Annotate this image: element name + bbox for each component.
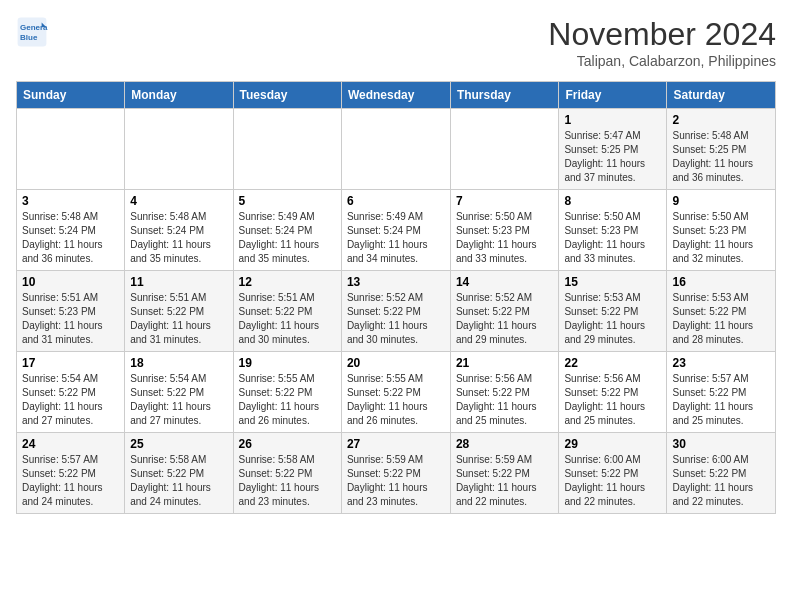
day-number: 29 <box>564 437 661 451</box>
day-number: 2 <box>672 113 770 127</box>
calendar-cell: 20Sunrise: 5:55 AMSunset: 5:22 PMDayligh… <box>341 352 450 433</box>
calendar-week-3: 10Sunrise: 5:51 AMSunset: 5:23 PMDayligh… <box>17 271 776 352</box>
day-number: 25 <box>130 437 227 451</box>
page-header: General Blue November 2024 Talipan, Cala… <box>16 16 776 69</box>
calendar-cell: 19Sunrise: 5:55 AMSunset: 5:22 PMDayligh… <box>233 352 341 433</box>
calendar-cell: 18Sunrise: 5:54 AMSunset: 5:22 PMDayligh… <box>125 352 233 433</box>
day-info: Sunrise: 5:49 AMSunset: 5:24 PMDaylight:… <box>347 210 445 266</box>
calendar-cell: 5Sunrise: 5:49 AMSunset: 5:24 PMDaylight… <box>233 190 341 271</box>
day-info: Sunrise: 5:55 AMSunset: 5:22 PMDaylight:… <box>347 372 445 428</box>
calendar-cell: 30Sunrise: 6:00 AMSunset: 5:22 PMDayligh… <box>667 433 776 514</box>
calendar-week-2: 3Sunrise: 5:48 AMSunset: 5:24 PMDaylight… <box>17 190 776 271</box>
calendar-cell: 22Sunrise: 5:56 AMSunset: 5:22 PMDayligh… <box>559 352 667 433</box>
calendar-cell: 13Sunrise: 5:52 AMSunset: 5:22 PMDayligh… <box>341 271 450 352</box>
calendar-cell <box>450 109 559 190</box>
calendar-cell: 10Sunrise: 5:51 AMSunset: 5:23 PMDayligh… <box>17 271 125 352</box>
calendar-cell: 14Sunrise: 5:52 AMSunset: 5:22 PMDayligh… <box>450 271 559 352</box>
calendar-cell: 15Sunrise: 5:53 AMSunset: 5:22 PMDayligh… <box>559 271 667 352</box>
weekday-header-saturday: Saturday <box>667 82 776 109</box>
day-info: Sunrise: 5:57 AMSunset: 5:22 PMDaylight:… <box>672 372 770 428</box>
day-number: 14 <box>456 275 554 289</box>
day-info: Sunrise: 5:55 AMSunset: 5:22 PMDaylight:… <box>239 372 336 428</box>
calendar-cell: 24Sunrise: 5:57 AMSunset: 5:22 PMDayligh… <box>17 433 125 514</box>
day-number: 9 <box>672 194 770 208</box>
day-info: Sunrise: 5:53 AMSunset: 5:22 PMDaylight:… <box>564 291 661 347</box>
day-number: 11 <box>130 275 227 289</box>
day-info: Sunrise: 5:52 AMSunset: 5:22 PMDaylight:… <box>347 291 445 347</box>
day-info: Sunrise: 5:57 AMSunset: 5:22 PMDaylight:… <box>22 453 119 509</box>
calendar-cell: 29Sunrise: 6:00 AMSunset: 5:22 PMDayligh… <box>559 433 667 514</box>
day-number: 16 <box>672 275 770 289</box>
calendar-week-1: 1Sunrise: 5:47 AMSunset: 5:25 PMDaylight… <box>17 109 776 190</box>
calendar-cell <box>341 109 450 190</box>
calendar-cell: 2Sunrise: 5:48 AMSunset: 5:25 PMDaylight… <box>667 109 776 190</box>
day-info: Sunrise: 5:56 AMSunset: 5:22 PMDaylight:… <box>564 372 661 428</box>
logo: General Blue <box>16 16 52 48</box>
day-number: 1 <box>564 113 661 127</box>
day-info: Sunrise: 5:58 AMSunset: 5:22 PMDaylight:… <box>239 453 336 509</box>
day-number: 17 <box>22 356 119 370</box>
calendar-cell: 25Sunrise: 5:58 AMSunset: 5:22 PMDayligh… <box>125 433 233 514</box>
calendar-cell <box>17 109 125 190</box>
calendar-cell: 12Sunrise: 5:51 AMSunset: 5:22 PMDayligh… <box>233 271 341 352</box>
calendar-cell <box>125 109 233 190</box>
day-info: Sunrise: 5:50 AMSunset: 5:23 PMDaylight:… <box>564 210 661 266</box>
day-number: 22 <box>564 356 661 370</box>
day-info: Sunrise: 5:54 AMSunset: 5:22 PMDaylight:… <box>130 372 227 428</box>
calendar-table: SundayMondayTuesdayWednesdayThursdayFrid… <box>16 81 776 514</box>
day-info: Sunrise: 6:00 AMSunset: 5:22 PMDaylight:… <box>564 453 661 509</box>
day-info: Sunrise: 5:51 AMSunset: 5:23 PMDaylight:… <box>22 291 119 347</box>
calendar-cell: 28Sunrise: 5:59 AMSunset: 5:22 PMDayligh… <box>450 433 559 514</box>
location-title: Talipan, Calabarzon, Philippines <box>548 53 776 69</box>
day-number: 30 <box>672 437 770 451</box>
day-number: 3 <box>22 194 119 208</box>
day-number: 4 <box>130 194 227 208</box>
day-number: 28 <box>456 437 554 451</box>
day-info: Sunrise: 5:50 AMSunset: 5:23 PMDaylight:… <box>672 210 770 266</box>
day-info: Sunrise: 5:48 AMSunset: 5:24 PMDaylight:… <box>130 210 227 266</box>
day-info: Sunrise: 5:51 AMSunset: 5:22 PMDaylight:… <box>239 291 336 347</box>
day-number: 21 <box>456 356 554 370</box>
day-info: Sunrise: 5:53 AMSunset: 5:22 PMDaylight:… <box>672 291 770 347</box>
day-number: 8 <box>564 194 661 208</box>
calendar-cell: 8Sunrise: 5:50 AMSunset: 5:23 PMDaylight… <box>559 190 667 271</box>
day-info: Sunrise: 5:59 AMSunset: 5:22 PMDaylight:… <box>347 453 445 509</box>
day-number: 20 <box>347 356 445 370</box>
day-number: 7 <box>456 194 554 208</box>
day-info: Sunrise: 5:50 AMSunset: 5:23 PMDaylight:… <box>456 210 554 266</box>
day-info: Sunrise: 5:48 AMSunset: 5:25 PMDaylight:… <box>672 129 770 185</box>
day-number: 24 <box>22 437 119 451</box>
calendar-cell <box>233 109 341 190</box>
calendar-cell: 26Sunrise: 5:58 AMSunset: 5:22 PMDayligh… <box>233 433 341 514</box>
logo-icon: General Blue <box>16 16 48 48</box>
month-title: November 2024 <box>548 16 776 53</box>
day-info: Sunrise: 5:51 AMSunset: 5:22 PMDaylight:… <box>130 291 227 347</box>
weekday-header-thursday: Thursday <box>450 82 559 109</box>
day-info: Sunrise: 6:00 AMSunset: 5:22 PMDaylight:… <box>672 453 770 509</box>
weekday-header-sunday: Sunday <box>17 82 125 109</box>
day-number: 13 <box>347 275 445 289</box>
day-info: Sunrise: 5:58 AMSunset: 5:22 PMDaylight:… <box>130 453 227 509</box>
weekday-header-wednesday: Wednesday <box>341 82 450 109</box>
day-info: Sunrise: 5:49 AMSunset: 5:24 PMDaylight:… <box>239 210 336 266</box>
day-number: 15 <box>564 275 661 289</box>
calendar-cell: 21Sunrise: 5:56 AMSunset: 5:22 PMDayligh… <box>450 352 559 433</box>
weekday-header-row: SundayMondayTuesdayWednesdayThursdayFrid… <box>17 82 776 109</box>
calendar-cell: 6Sunrise: 5:49 AMSunset: 5:24 PMDaylight… <box>341 190 450 271</box>
day-number: 23 <box>672 356 770 370</box>
day-number: 10 <box>22 275 119 289</box>
day-info: Sunrise: 5:47 AMSunset: 5:25 PMDaylight:… <box>564 129 661 185</box>
calendar-cell: 16Sunrise: 5:53 AMSunset: 5:22 PMDayligh… <box>667 271 776 352</box>
calendar-cell: 17Sunrise: 5:54 AMSunset: 5:22 PMDayligh… <box>17 352 125 433</box>
day-number: 5 <box>239 194 336 208</box>
svg-text:Blue: Blue <box>20 33 38 42</box>
calendar-cell: 3Sunrise: 5:48 AMSunset: 5:24 PMDaylight… <box>17 190 125 271</box>
day-number: 12 <box>239 275 336 289</box>
calendar-cell: 27Sunrise: 5:59 AMSunset: 5:22 PMDayligh… <box>341 433 450 514</box>
calendar-cell: 1Sunrise: 5:47 AMSunset: 5:25 PMDaylight… <box>559 109 667 190</box>
title-block: November 2024 Talipan, Calabarzon, Phili… <box>548 16 776 69</box>
day-number: 27 <box>347 437 445 451</box>
day-info: Sunrise: 5:48 AMSunset: 5:24 PMDaylight:… <box>22 210 119 266</box>
day-info: Sunrise: 5:54 AMSunset: 5:22 PMDaylight:… <box>22 372 119 428</box>
calendar-week-4: 17Sunrise: 5:54 AMSunset: 5:22 PMDayligh… <box>17 352 776 433</box>
